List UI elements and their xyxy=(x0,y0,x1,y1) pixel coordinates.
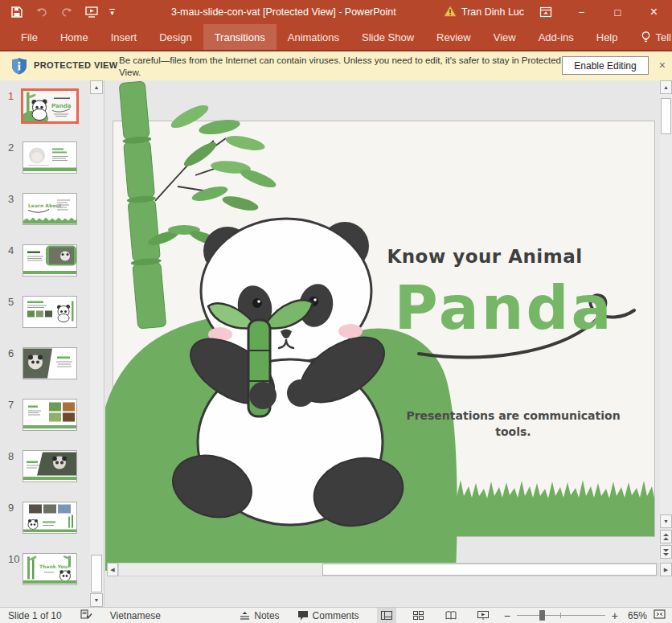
reading-view-button[interactable] xyxy=(441,608,461,623)
title-bar: ▾ 3-mau-slide-con-vat [Protected View] -… xyxy=(0,0,672,24)
close-button[interactable]: × xyxy=(636,0,672,24)
panel-divider[interactable] xyxy=(104,80,104,607)
zoom-in-button[interactable]: + xyxy=(610,609,620,622)
zoom-level[interactable]: 65% xyxy=(620,610,647,621)
slide-sorter-icon xyxy=(413,611,424,620)
slide-number: 6 xyxy=(8,347,14,359)
notes-button[interactable]: Notes xyxy=(240,610,279,621)
tell-me-box[interactable]: Tell me xyxy=(629,24,672,50)
normal-view-button[interactable] xyxy=(377,608,396,623)
slide-thumbnail[interactable] xyxy=(23,450,77,482)
svg-text:Panda: Panda xyxy=(51,103,72,109)
spell-check-icon[interactable] xyxy=(80,609,92,622)
scroll-down-icon[interactable]: ▼ xyxy=(660,514,672,528)
double-chevron-up-icon xyxy=(662,533,670,541)
slide-thumbnail[interactable] xyxy=(23,244,77,277)
thumbnails-scroll-down-icon[interactable]: ▼ xyxy=(90,593,103,607)
next-slide-button[interactable] xyxy=(660,545,672,559)
slide-position[interactable]: Slide 1 of 10 xyxy=(8,610,62,621)
vertical-scrollbar-thumb[interactable] xyxy=(661,98,671,134)
redo-icon[interactable] xyxy=(59,5,74,19)
tab-transitions[interactable]: Transitions xyxy=(203,24,277,50)
tab-file[interactable]: File xyxy=(10,24,49,50)
thumbnails-scrollbar-thumb[interactable] xyxy=(91,555,102,592)
customize-qat-dropdown-icon[interactable]: ▾ xyxy=(109,9,115,15)
start-slideshow-icon[interactable] xyxy=(84,5,99,19)
status-right: Notes Comments − xyxy=(240,608,666,623)
reading-view-icon xyxy=(445,611,457,620)
slide-number: 5 xyxy=(8,296,14,308)
fit-slide-to-window-button[interactable] xyxy=(654,609,666,621)
account-area[interactable]: Tran Dinh Luc xyxy=(444,0,524,24)
slide-thumbnail[interactable]: Learn About xyxy=(23,193,77,225)
tab-help[interactable]: Help xyxy=(585,24,629,50)
slide-thumbnail[interactable] xyxy=(23,399,77,431)
comments-icon xyxy=(297,610,309,621)
window-controls: − □ × xyxy=(527,0,672,24)
slide-number: 9 xyxy=(8,502,14,514)
comments-button[interactable]: Comments xyxy=(297,610,359,621)
horizontal-scrollbar-thumb[interactable] xyxy=(322,564,657,576)
slide-thumbnail[interactable] xyxy=(23,347,77,379)
slide-kicker-text[interactable]: Know your Animal xyxy=(364,246,605,267)
shield-icon xyxy=(11,57,27,78)
tab-review[interactable]: Review xyxy=(425,24,482,50)
tab-add-ins[interactable]: Add-ins xyxy=(527,24,585,50)
status-bar: Slide 1 of 10 Vietnamese Notes Comments xyxy=(0,607,672,623)
slide-number: 2 xyxy=(8,141,14,154)
protected-view-label: PROTECTED VIEW xyxy=(34,60,118,70)
slide-thumbnail[interactable] xyxy=(23,502,77,534)
double-chevron-down-icon xyxy=(662,548,670,556)
slideshow-icon xyxy=(477,611,489,620)
undo-icon[interactable] xyxy=(35,5,49,19)
tab-home[interactable]: Home xyxy=(49,24,100,50)
slide-title-text[interactable]: Panda xyxy=(383,273,625,342)
ribbon-display-options-icon[interactable] xyxy=(527,0,563,24)
slide-thumbnail[interactable]: Thank You! xyxy=(23,553,77,585)
notes-icon xyxy=(240,611,250,621)
slide-body-text[interactable]: Presentations are communication tools. xyxy=(403,408,624,440)
save-icon[interactable] xyxy=(10,5,24,19)
normal-view-icon xyxy=(381,611,392,620)
slide-thumbnail[interactable] xyxy=(23,141,77,174)
scroll-left-icon[interactable]: ◀ xyxy=(107,563,118,576)
zoom-slider[interactable] xyxy=(517,608,605,623)
language-indicator[interactable]: Vietnamese xyxy=(110,610,161,621)
banner-close-icon[interactable]: × xyxy=(659,58,666,72)
fit-to-window-icon xyxy=(654,609,666,619)
tab-slide-show[interactable]: Slide Show xyxy=(350,24,425,50)
vertical-scrollbar-track[interactable] xyxy=(660,94,672,514)
maximize-button[interactable]: □ xyxy=(600,0,636,24)
slide-number: 10 xyxy=(8,553,19,565)
protected-view-banner: PROTECTED VIEW Be careful—files from the… xyxy=(0,51,672,80)
previous-slide-button[interactable] xyxy=(660,530,672,543)
powerpoint-window: ▾ 3-mau-slide-con-vat [Protected View] -… xyxy=(0,0,672,623)
minimize-button[interactable]: − xyxy=(563,0,600,24)
slide-number: 7 xyxy=(8,399,14,411)
tab-design[interactable]: Design xyxy=(148,24,203,50)
window-title: 3-mau-slide-con-vat [Protected View] - P… xyxy=(171,0,396,24)
user-name: Tran Dinh Luc xyxy=(461,6,524,18)
tab-view[interactable]: View xyxy=(482,24,527,50)
tab-animations[interactable]: Animations xyxy=(277,24,350,50)
scroll-right-icon[interactable]: ▶ xyxy=(660,563,672,576)
ribbon-tab-bar: File Home Insert Design Transitions Anim… xyxy=(0,24,672,50)
svg-text:Learn About: Learn About xyxy=(28,203,62,208)
zoom-out-button[interactable]: − xyxy=(502,609,512,622)
slide-number: 8 xyxy=(8,450,14,462)
quick-access-toolbar: ▾ xyxy=(10,0,115,24)
slide-work-area: Know your Animal Panda Presentations are… xyxy=(105,80,672,607)
slide-number: 3 xyxy=(8,193,14,205)
lightbulb-icon xyxy=(641,31,651,43)
tab-insert[interactable]: Insert xyxy=(100,24,149,50)
main-area: 1 Panda 2 xyxy=(0,80,672,607)
thumbnails-scrollbar-track[interactable] xyxy=(90,94,103,593)
slide-sorter-view-button[interactable] xyxy=(409,608,428,623)
slide-thumbnail[interactable] xyxy=(23,296,77,328)
slide-thumbnail[interactable]: Panda xyxy=(21,88,79,124)
slideshow-view-button[interactable] xyxy=(473,608,493,623)
thumbnails-scroll-up-icon[interactable]: ▲ xyxy=(90,80,103,94)
enable-editing-button[interactable]: Enable Editing xyxy=(562,56,649,75)
zoom-slider-thumb[interactable] xyxy=(539,610,545,621)
scroll-up-icon[interactable]: ▲ xyxy=(660,80,672,94)
